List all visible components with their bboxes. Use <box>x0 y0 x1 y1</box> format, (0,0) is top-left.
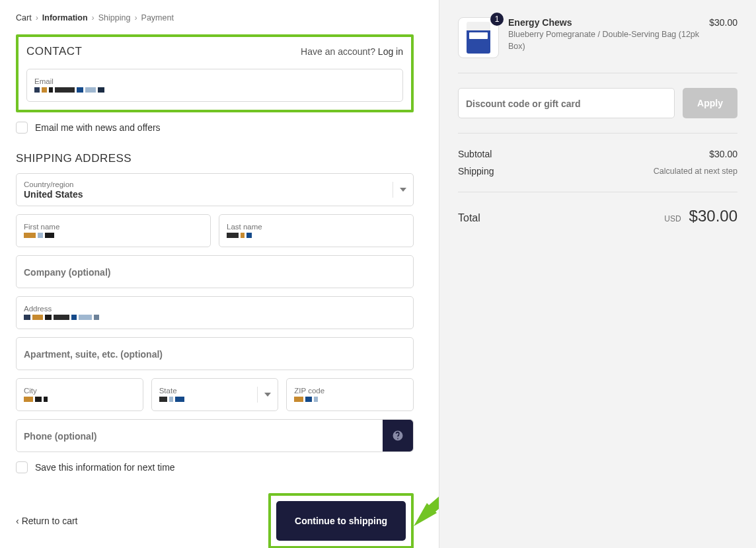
last-name-field[interactable]: Last name <box>219 214 414 247</box>
continue-highlight: Continue to shipping <box>268 493 414 548</box>
chevron-left-icon: ‹ <box>16 516 19 526</box>
chevron-down-icon <box>257 387 271 403</box>
first-name-masked <box>24 233 203 239</box>
email-label: Email <box>34 77 395 87</box>
total-value: $30.00 <box>689 207 737 225</box>
shipping-label: Shipping <box>458 166 494 176</box>
chevron-right-icon: › <box>36 13 38 22</box>
quantity-badge: 1 <box>490 13 504 26</box>
apply-discount-button[interactable]: Apply <box>683 88 737 118</box>
address-field[interactable]: Address <box>16 296 414 329</box>
city-field[interactable]: City <box>16 378 143 411</box>
state-masked <box>159 397 271 403</box>
country-select[interactable]: Country/region United States <box>16 173 414 206</box>
continue-to-shipping-button[interactable]: Continue to shipping <box>276 501 406 541</box>
subtotal-label: Subtotal <box>458 149 492 159</box>
email-field[interactable]: Email <box>26 69 403 102</box>
first-name-label: First name <box>24 223 203 232</box>
email-value-masked <box>34 87 395 94</box>
state-label: State <box>159 387 271 396</box>
product-price: $30.00 <box>709 17 737 28</box>
chevron-right-icon: › <box>134 13 137 22</box>
cart-item: 1 Energy Chews Blueberry Pomegranate / D… <box>458 17 737 58</box>
apartment-field[interactable]: Apartment, suite, etc. (optional) <box>16 337 414 370</box>
breadcrumb: Cart › Information › Shipping › Payment <box>16 13 414 22</box>
discount-code-field[interactable]: Discount code or gift card <box>458 88 675 118</box>
city-label: City <box>24 387 135 396</box>
phone-help-button[interactable] <box>383 420 413 451</box>
zip-label: ZIP code <box>294 387 406 396</box>
shipping-value: Calculated at next step <box>654 167 737 176</box>
product-thumbnail: 1 <box>458 17 499 58</box>
country-value: United States <box>24 189 406 200</box>
product-name: Energy Chews <box>508 17 700 28</box>
apartment-placeholder: Apartment, suite, etc. (optional) <box>24 349 406 360</box>
contact-highlight: CONTACT Have an account? Log in Email <box>16 34 414 112</box>
address-label: Address <box>24 305 406 314</box>
country-label: Country/region <box>24 180 406 190</box>
breadcrumb-shipping: Shipping <box>98 13 131 22</box>
last-name-masked <box>227 233 406 239</box>
save-info-label: Save this information for next time <box>35 462 175 473</box>
question-circle-icon <box>392 430 404 442</box>
news-offers-label: Email me with news and offers <box>35 122 161 133</box>
news-offers-checkbox[interactable] <box>16 122 28 134</box>
login-link[interactable]: Log in <box>378 46 403 57</box>
address-masked <box>24 315 406 321</box>
save-info-checkbox[interactable] <box>16 461 28 473</box>
have-account-text: Have an account? Log in <box>301 46 403 57</box>
company-field[interactable]: Company (optional) <box>16 255 414 288</box>
product-variant: Blueberry Pomegranate / Double-Serving B… <box>508 29 700 52</box>
phone-placeholder: Phone (optional) <box>24 431 376 442</box>
breadcrumb-payment: Payment <box>141 13 174 22</box>
total-label: Total <box>458 212 480 224</box>
zip-field[interactable]: ZIP code <box>286 378 414 411</box>
chevron-right-icon: › <box>92 13 94 22</box>
shipping-address-title: SHIPPING ADDRESS <box>16 152 414 165</box>
state-select[interactable]: State <box>151 378 279 411</box>
city-masked <box>24 397 135 403</box>
first-name-field[interactable]: First name <box>16 214 211 247</box>
zip-masked <box>294 397 406 403</box>
phone-field[interactable]: Phone (optional) <box>16 419 414 452</box>
discount-placeholder: Discount code or gift card <box>466 98 667 110</box>
company-placeholder: Company (optional) <box>24 267 406 278</box>
subtotal-value: $30.00 <box>709 149 737 159</box>
currency-label: USD <box>664 214 681 223</box>
last-name-label: Last name <box>227 223 406 232</box>
breadcrumb-information: Information <box>42 13 88 22</box>
breadcrumb-cart[interactable]: Cart <box>16 13 32 22</box>
contact-title: CONTACT <box>26 45 82 58</box>
return-to-cart-link[interactable]: ‹ Return to cart <box>16 516 78 526</box>
chevron-down-icon <box>393 182 406 198</box>
